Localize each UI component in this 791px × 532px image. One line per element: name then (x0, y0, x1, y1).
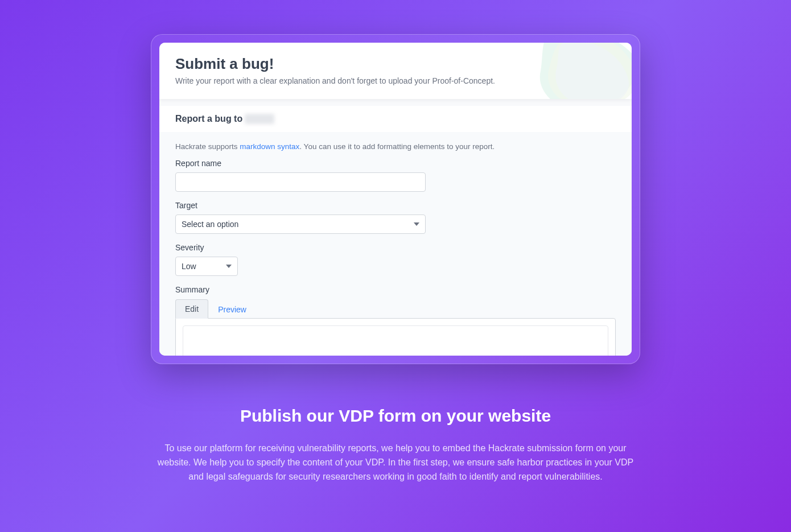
marketing-heading: Publish our VDP form on your website (151, 406, 640, 426)
form-frame: Submit a bug! Write your report with a c… (151, 34, 640, 364)
form-body: Hackrate supports markdown syntax. You c… (159, 132, 632, 356)
hint-after: . You can use it to add formatting eleme… (299, 142, 495, 151)
page-title: Submit a bug! (175, 55, 616, 73)
field-summary: Summary Edit Preview (175, 285, 616, 356)
summary-editor-wrap (175, 318, 616, 356)
report-name-input[interactable] (175, 172, 426, 192)
marketing-body: To use our platform for receiving vulner… (151, 442, 640, 484)
card-header: Submit a bug! Write your report with a c… (159, 43, 632, 99)
redacted-target-name (245, 114, 274, 124)
field-severity: Severity Low (175, 243, 616, 276)
severity-select[interactable]: Low (175, 257, 238, 276)
field-report-name: Report name (175, 159, 616, 192)
markdown-syntax-link[interactable]: markdown syntax (240, 142, 299, 151)
page-stage: Submit a bug! Write your report with a c… (0, 0, 791, 532)
tab-preview[interactable]: Preview (208, 300, 256, 319)
tab-edit[interactable]: Edit (175, 299, 208, 319)
hint-before: Hackrate supports (175, 142, 240, 151)
summary-tabs: Edit Preview (175, 299, 616, 318)
page-subtitle: Write your report with a clear explanati… (175, 76, 616, 85)
severity-label: Severity (175, 243, 616, 252)
marketing-section: Publish our VDP form on your website To … (139, 406, 652, 506)
section-title-prefix: Report a bug to (175, 114, 242, 124)
section-title: Report a bug to (159, 106, 632, 132)
target-select[interactable]: Select an option (175, 215, 426, 234)
report-name-label: Report name (175, 159, 616, 168)
target-label: Target (175, 201, 616, 210)
markdown-hint: Hackrate supports markdown syntax. You c… (175, 142, 616, 151)
form-card: Submit a bug! Write your report with a c… (159, 43, 632, 356)
summary-textarea[interactable] (183, 325, 608, 356)
field-target: Target Select an option (175, 201, 616, 234)
summary-label: Summary (175, 285, 616, 294)
